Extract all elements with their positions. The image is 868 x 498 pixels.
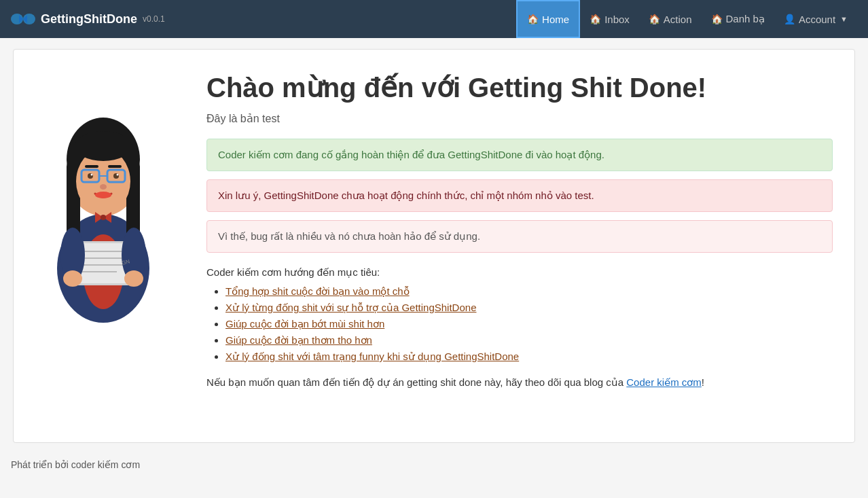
inbox-icon: 🏠 — [590, 14, 601, 24]
account-icon: 👤 — [784, 14, 795, 24]
coder-blog-link[interactable]: Coder kiếm cơm — [626, 376, 702, 388]
nav-danh-ba-label: Danh bạ — [726, 13, 765, 25]
closing-text: Nếu bạn muốn quan tâm đến tiến độ dự án … — [206, 376, 833, 389]
svg-point-36 — [124, 270, 143, 287]
svg-point-39 — [101, 215, 106, 220]
nav-account[interactable]: 👤 Account ▼ — [774, 0, 857, 38]
goal-link-4[interactable]: Giúp cuộc đời bạn thơm tho hơn — [225, 334, 372, 346]
nav-account-label: Account — [799, 14, 835, 25]
nav-links: 🏠 Home 🏠 Inbox 🏠 Action 🏠 Danh bạ 👤 Acco… — [516, 0, 857, 38]
svg-point-24 — [117, 174, 119, 176]
brand-logo-icon — [11, 12, 35, 26]
svg-rect-13 — [75, 145, 132, 156]
footer-text: Phát triển bởi coder kiếm cơm — [11, 459, 140, 470]
goal-link-5[interactable]: Xử lý đống shit với tâm trạng funny khi … — [225, 351, 519, 362]
goal-link-3[interactable]: Giúp cuộc đời bạn bớt mùi shit hơn — [225, 318, 384, 330]
nav-action[interactable]: 🏠 Action — [639, 0, 702, 38]
brand-name: GettingShitDone — [41, 12, 137, 26]
nav-home[interactable]: 🏠 Home — [516, 0, 580, 38]
svg-rect-14 — [85, 165, 98, 168]
main-container: GN Chào mừng đến với Getting Shit Done! … — [13, 49, 855, 443]
list-item: Giúp cuộc đời bạn thơm tho hơn — [225, 334, 833, 346]
alert-green-text: Coder kiếm cơm đang cố gắng hoàn thiện đ… — [218, 149, 604, 160]
svg-point-26 — [95, 192, 111, 198]
alert-green: Coder kiếm cơm đang cố gắng hoàn thiện đ… — [206, 139, 833, 171]
goal-link-2[interactable]: Xử lý từng đống shit với sự hỗ trợ của G… — [225, 302, 476, 313]
page-footer: Phát triển bởi coder kiếm cơm — [0, 454, 868, 476]
content-layout: GN Chào mừng đến với Getting Shit Done! … — [35, 71, 833, 389]
danh-ba-icon: 🏠 — [711, 14, 723, 24]
list-item: Xử lý từng đống shit với sự hỗ trợ của G… — [225, 302, 833, 314]
alert-pink1: Xin lưu ý, GettingShitDone chưa hoạt độn… — [206, 179, 833, 212]
svg-rect-15 — [108, 165, 122, 168]
dropdown-caret: ▼ — [840, 15, 848, 23]
svg-point-35 — [63, 270, 82, 287]
svg-point-23 — [91, 174, 93, 176]
action-icon: 🏠 — [649, 14, 660, 24]
alert-pink2: Vì thế, bug rất là nhiều và nó chưa hoàn… — [206, 220, 833, 253]
nav-inbox-label: Inbox — [604, 14, 630, 25]
list-item: Giúp cuộc đời bạn bớt mùi shit hơn — [225, 318, 833, 330]
list-item: Tổng hợp shit cuộc đời bạn vào một chỗ — [225, 285, 833, 298]
nav-danh-ba[interactable]: 🏠 Danh bạ — [702, 0, 774, 38]
closing-text-before: Nếu bạn muốn quan tâm đến tiến độ dự án … — [206, 376, 626, 388]
list-item: Xử lý đống shit với tâm trạng funny khi … — [225, 351, 833, 363]
goals-list: Tổng hợp shit cuộc đời bạn vào một chỗ X… — [206, 285, 833, 363]
goal-link-1[interactable]: Tổng hợp shit cuộc đời bạn vào một chỗ — [225, 285, 410, 297]
brand-version: v0.0.1 — [143, 14, 165, 24]
svg-point-25 — [100, 184, 107, 190]
avatar-illustration: GN — [35, 71, 171, 323]
goals-intro: Coder kiếm cơm hướng đến mục tiêu: — [206, 266, 833, 279]
text-section: Chào mừng đến với Getting Shit Done! Đây… — [206, 71, 833, 389]
nav-home-label: Home — [542, 14, 569, 25]
nav-action-label: Action — [664, 14, 692, 25]
page-subtitle: Đây là bản test — [206, 112, 833, 125]
avatar-section: GN — [35, 71, 185, 325]
nav-inbox[interactable]: 🏠 Inbox — [580, 0, 639, 38]
brand-logo-link[interactable]: GettingShitDone v0.0.1 — [11, 12, 165, 26]
page-title: Chào mừng đến với Getting Shit Done! — [206, 71, 833, 104]
closing-text-after: ! — [702, 376, 704, 388]
alert-pink1-text: Xin lưu ý, GettingShitDone chưa hoạt độn… — [218, 190, 594, 201]
home-icon: 🏠 — [527, 14, 539, 24]
alert-pink2-text: Vì thế, bug rất là nhiều và nó chưa hoàn… — [218, 230, 480, 242]
navbar: GettingShitDone v0.0.1 🏠 Home 🏠 Inbox 🏠 … — [0, 0, 868, 38]
